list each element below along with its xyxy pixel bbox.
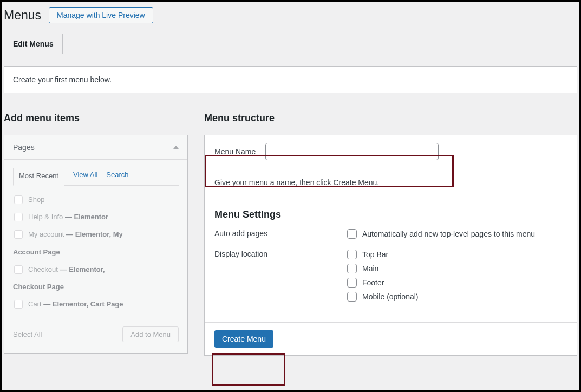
highlight-create-menu xyxy=(212,353,285,386)
location-label: Footer xyxy=(362,278,384,287)
location-checkbox[interactable] xyxy=(347,292,357,302)
list-item[interactable]: Checkout — Elementor, xyxy=(13,261,179,278)
page-meta-text: — Elementor xyxy=(63,213,108,221)
chevron-up-icon xyxy=(173,146,179,149)
auto-add-checkbox[interactable] xyxy=(347,229,357,239)
menu-structure-heading: Menu structure xyxy=(204,113,577,124)
location-checkbox[interactable] xyxy=(347,250,357,259)
page-checkbox[interactable] xyxy=(14,230,23,239)
list-item[interactable]: About — Elementor xyxy=(13,313,179,317)
tab-edit-menus[interactable]: Edit Menus xyxy=(4,34,63,54)
menu-settings-heading: Menu Settings xyxy=(214,200,567,220)
list-item[interactable]: My account — Elementor, My xyxy=(13,226,179,243)
page-checkbox[interactable] xyxy=(14,265,23,274)
page-title: Menus xyxy=(4,8,41,23)
page-list[interactable]: ShopHelp & Info — ElementorMy account — … xyxy=(13,191,179,317)
pages-accordion-toggle[interactable]: Pages xyxy=(4,135,187,160)
page-checkbox[interactable] xyxy=(14,213,23,221)
list-item[interactable]: Shop xyxy=(13,191,179,208)
location-label: Mobile (optional) xyxy=(362,292,419,301)
page-title-text: Shop xyxy=(28,195,44,204)
location-label: Top Bar xyxy=(362,250,388,259)
page-title-text: Help & Info xyxy=(28,213,63,221)
add-menu-items-heading: Add menu items xyxy=(4,113,188,124)
page-title-text: My account xyxy=(28,230,64,238)
list-item[interactable]: Help & Info — Elementor xyxy=(13,208,179,226)
menu-name-input[interactable] xyxy=(265,143,439,160)
auto-add-option-label: Automatically add new top-level pages to… xyxy=(362,230,535,238)
location-checkbox[interactable] xyxy=(347,264,357,273)
inner-tab-search[interactable]: Search xyxy=(106,167,128,185)
page-meta-text: — Elementor, My xyxy=(64,230,122,238)
menu-helper-text: Give your menu a name, then click Create… xyxy=(214,178,567,187)
list-item-continuation: Account Page xyxy=(13,244,179,261)
page-meta-text: — Elementor, Cart Page xyxy=(42,300,123,308)
list-item-continuation: Checkout Page xyxy=(13,278,179,296)
select-all-link[interactable]: Select All xyxy=(13,330,42,338)
auto-add-pages-label: Auto add pages xyxy=(214,229,347,243)
menu-name-label: Menu Name xyxy=(214,147,256,156)
notice-first-menu: Create your first menu below. xyxy=(4,66,577,93)
page-meta-text: — Elementor, xyxy=(58,265,105,273)
page-title-text: Cart xyxy=(28,300,42,308)
add-to-menu-button[interactable]: Add to Menu xyxy=(122,326,179,342)
pages-accordion: Pages Most Recent View All Search ShopHe… xyxy=(4,135,188,354)
list-item[interactable]: Cart — Elementor, Cart Page xyxy=(13,296,179,313)
display-location-label: Display location xyxy=(214,250,347,306)
page-checkbox[interactable] xyxy=(14,300,23,309)
location-label: Main xyxy=(362,264,378,273)
live-preview-button[interactable]: Manage with Live Preview xyxy=(49,7,153,23)
create-menu-button[interactable]: Create Menu xyxy=(214,330,273,348)
pages-accordion-title: Pages xyxy=(13,143,35,152)
page-title-text: Checkout xyxy=(28,265,58,273)
inner-tab-view-all[interactable]: View All xyxy=(73,167,97,185)
page-checkbox[interactable] xyxy=(14,195,23,204)
inner-tab-most-recent[interactable]: Most Recent xyxy=(13,168,64,186)
location-checkbox[interactable] xyxy=(347,278,357,288)
